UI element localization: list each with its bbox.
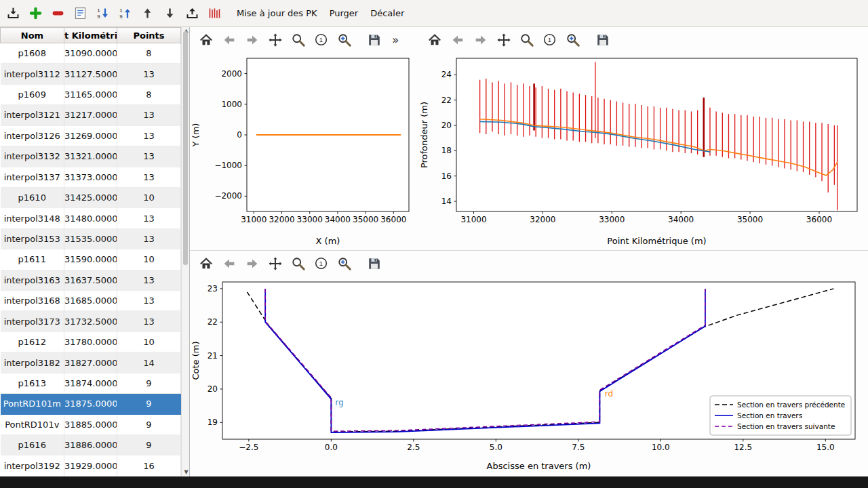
menu-decaler[interactable]: Décaler [364,5,410,22]
menu-mise-a-jour-des-pk[interactable]: Mise à jour des PK [231,5,323,22]
cell-pk: 31535.0000 [64,228,117,249]
column-header-pk[interactable]: t Kilométrique [64,28,117,43]
add-row-button[interactable] [25,3,46,24]
table-row[interactable]: p161231780.000010 [1,331,181,352]
edit-form-button[interactable] [70,3,91,24]
scrollbar-down-icon[interactable]: ▼ [182,468,191,476]
table-row[interactable]: p161031425.000010 [1,187,181,207]
cell-pk: 31425.0000 [64,187,117,207]
home-button[interactable] [425,30,444,49]
table-row[interactable]: p161331874.00009 [1,373,181,393]
zoom-button[interactable] [289,30,308,49]
export-button[interactable] [182,3,203,24]
sort-descending-button[interactable] [92,3,113,24]
save-icon [367,256,382,271]
cell-nom: p1609 [1,84,64,104]
svg-text:0: 0 [237,130,242,140]
back-icon [222,256,237,271]
zoom-button[interactable] [517,30,536,49]
back-button[interactable] [220,30,239,49]
cell-pk: 31217.0000 [64,105,117,125]
cell-pk: 31373.0000 [64,167,117,187]
move-down-button[interactable] [159,3,180,24]
svg-text:32000: 32000 [269,215,294,224]
column-header-points[interactable]: Points [117,28,181,43]
cell-nom: p1611 [1,249,64,270]
svg-text:34000: 34000 [668,215,694,224]
table-scrollbar[interactable]: ▲ ▼ [181,27,189,476]
table-row[interactable]: interpol316831685.000013 [1,291,181,311]
table-row[interactable]: PontRD101m31875.00009 [1,394,181,414]
zoom-region-button[interactable] [540,30,559,49]
cell-pk: 31321.0000 [64,146,117,167]
pk-bars-button[interactable] [204,3,225,24]
svg-text:31000: 31000 [460,215,486,224]
back-button[interactable] [220,254,239,273]
table-row[interactable]: interpol313231321.000013 [1,146,181,167]
cell-nom: interpol3163 [1,270,64,290]
zoom-rect-button[interactable] [564,30,583,49]
move-up-icon [140,6,155,20]
table-row[interactable]: interpol314831480.000013 [1,208,181,228]
trace-plot-canvas[interactable]: 310003200033000340003500036000−2000−1000… [190,53,417,248]
svg-text:35000: 35000 [737,215,763,224]
table-row[interactable]: interpol312631269.000013 [1,125,181,146]
table-row[interactable]: interpol312131217.000013 [1,105,181,125]
table-row[interactable]: interpol316331637.500013 [1,270,181,290]
table-row[interactable]: p161631886.00009 [1,435,181,455]
import-button[interactable] [3,3,24,24]
cell-pk: 31886.0000 [64,435,117,455]
forward-button[interactable] [243,30,262,49]
zoom-region-icon [314,256,329,271]
svg-text:34000: 34000 [325,215,351,224]
table-row[interactable]: interpol319231929.000016 [1,455,181,476]
forward-button[interactable] [471,30,490,49]
remove-row-button[interactable] [47,3,68,24]
sort-ascending-button[interactable] [115,3,136,24]
svg-text:Point Kilométrique (m): Point Kilométrique (m) [607,236,706,246]
cell-nom: interpol3132 [1,146,64,167]
svg-text:31000: 31000 [241,215,267,224]
zoom-region-button[interactable] [312,254,331,273]
save-button[interactable] [593,30,612,49]
table-row[interactable]: interpol318231827.000014 [1,352,181,373]
zoom-region-icon [314,33,329,47]
table-row[interactable]: interpol317331732.500013 [1,311,181,331]
toolbar-overflow-indicator[interactable]: » [392,33,399,47]
table-row[interactable]: p160831090.00008 [1,43,181,64]
cross-section-plot-canvas[interactable]: −2.50.02.55.07.510.012.515.01920212223Ab… [190,277,865,473]
table-row[interactable]: PontRD101v31885.00009 [1,414,181,434]
table-row[interactable]: p161131590.000010 [1,249,181,270]
table-row[interactable]: p160931165.00008 [1,84,181,104]
add-row-icon [28,6,43,20]
pan-button[interactable] [494,30,513,49]
move-up-button[interactable] [137,3,158,24]
forward-button[interactable] [243,254,262,273]
home-button[interactable] [197,30,216,49]
save-button[interactable] [365,30,384,49]
svg-text:23: 23 [208,284,218,293]
main-toolbar: Mise à jour des PKPurgerDécaler [0,0,868,27]
svg-text:rd: rd [605,389,613,399]
table-header-row: Nom t Kilométrique Points [1,28,181,43]
table-row[interactable]: interpol315331535.000013 [1,228,181,249]
scrollbar-thumb[interactable] [183,31,188,265]
profile-plot-canvas[interactable]: 3100032000330003400035000360001416182022… [418,53,863,248]
zoom-button[interactable] [289,254,308,273]
back-button[interactable] [448,30,467,49]
back-icon [450,33,465,47]
save-button[interactable] [365,254,384,273]
pan-button[interactable] [266,254,285,273]
sort-ascending-icon [118,6,132,20]
trace-plot-toolbar: » [190,27,418,53]
zoom-rect-button[interactable] [335,254,354,273]
table-row[interactable]: interpol313731373.000013 [1,167,181,187]
pan-button[interactable] [266,30,285,49]
zoom-rect-button[interactable] [335,30,354,49]
menu-purger[interactable]: Purger [323,5,365,22]
column-header-nom[interactable]: Nom [1,28,64,43]
svg-text:16: 16 [441,171,452,181]
zoom-region-button[interactable] [312,30,331,49]
table-row[interactable]: interpol311231127.500013 [1,64,181,84]
home-button[interactable] [197,254,216,273]
